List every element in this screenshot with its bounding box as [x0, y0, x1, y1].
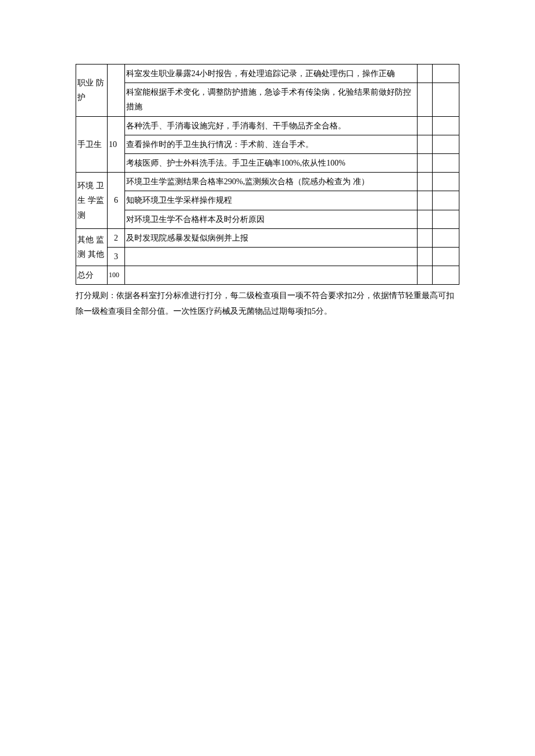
- desc-cell: 及时发现院感暴发疑似病例并上报: [125, 228, 418, 247]
- blank-cell: [433, 153, 459, 172]
- blank-cell: [418, 153, 433, 172]
- table-row: 手卫生 10 各种洗手、手消毒设施完好，手消毒剂、干手物品齐全合格。: [76, 116, 459, 135]
- blank-cell: [433, 135, 459, 153]
- desc-cell: 环境卫生学监测结果合格率290%,监测频次合格（院感办检查为 准）: [125, 173, 418, 191]
- scoring-table: 职业 防 护 科室发生职业暴露24小时报告，有处理追踪记录，正确处理伤口，操作正…: [76, 64, 459, 285]
- score-cell: 100: [108, 266, 125, 285]
- table-row: 对环境卫生学不合格样本及时分析原因: [76, 210, 459, 228]
- score-cell: 6: [108, 173, 125, 229]
- blank-cell: [418, 266, 433, 285]
- table-row: 科室能根据手术变化，调整防护措施，急诊手术有传染病，化验结果前做好防控措施: [76, 83, 459, 116]
- blank-cell: [418, 210, 433, 228]
- blank-cell: [418, 83, 433, 116]
- desc-cell: 考核医师、护士外科洗手法。手卫生正确率100%,依从性100%: [125, 153, 418, 172]
- desc-cell: 查看操作时的手卫生执行情况：手术前、连台手术。: [125, 135, 418, 153]
- footer-note: 打分规则：依据各科室打分标准进行打分，每二级检查项目一项不符合要求扣2分，依据情…: [76, 288, 459, 319]
- table-row: 其他 监测 其他 2 及时发现院感暴发疑似病例并上报: [76, 228, 459, 247]
- score-cell: [108, 65, 125, 117]
- blank-cell: [433, 83, 459, 116]
- blank-cell: [433, 210, 459, 228]
- blank-cell: [418, 65, 433, 83]
- category-cell: 其他 监测 其他: [76, 228, 108, 266]
- category-cell: 职业 防 护: [76, 65, 108, 117]
- table-row: 职业 防 护 科室发生职业暴露24小时报告，有处理追踪记录，正确处理伤口，操作正…: [76, 65, 459, 83]
- blank-cell: [433, 266, 459, 285]
- desc-cell: 科室能根据手术变化，调整防护措施，急诊手术有传染病，化验结果前做好防控措施: [125, 83, 418, 116]
- table-row: 考核医师、护士外科洗手法。手卫生正确率100%,依从性100%: [76, 153, 459, 172]
- desc-cell: 知晓环境卫生学采样操作规程: [125, 191, 418, 210]
- table-row: 知晓环境卫生学采样操作规程: [76, 191, 459, 210]
- blank-cell: [418, 191, 433, 210]
- desc-cell: [125, 247, 418, 266]
- blank-cell: [418, 173, 433, 191]
- table-row: 查看操作时的手卫生执行情况：手术前、连台手术。: [76, 135, 459, 153]
- category-cell: 总分: [76, 266, 108, 285]
- blank-cell: [433, 173, 459, 191]
- score-cell: 3: [108, 247, 125, 266]
- desc-cell: 科室发生职业暴露24小时报告，有处理追踪记录，正确处理伤口，操作正确: [125, 65, 418, 83]
- blank-cell: [433, 228, 459, 247]
- blank-cell: [433, 191, 459, 210]
- table-row: 环境 卫生 学监测 6 环境卫生学监测结果合格率290%,监测频次合格（院感办检…: [76, 173, 459, 191]
- blank-cell: [418, 116, 433, 135]
- blank-cell: [433, 247, 459, 266]
- desc-cell: 对环境卫生学不合格样本及时分析原因: [125, 210, 418, 228]
- desc-cell: 各种洗手、手消毒设施完好，手消毒剂、干手物品齐全合格。: [125, 116, 418, 135]
- category-cell: 环境 卫生 学监测: [76, 173, 108, 229]
- blank-cell: [418, 247, 433, 266]
- score-cell: 10: [108, 116, 125, 173]
- blank-cell: [433, 65, 459, 83]
- table-row: 总分 100: [76, 266, 459, 285]
- desc-cell: [125, 266, 418, 285]
- blank-cell: [433, 116, 459, 135]
- blank-cell: [418, 135, 433, 153]
- table-row: 3: [76, 247, 459, 266]
- category-cell: 手卫生: [76, 116, 108, 173]
- score-cell: 2: [108, 228, 125, 247]
- blank-cell: [418, 228, 433, 247]
